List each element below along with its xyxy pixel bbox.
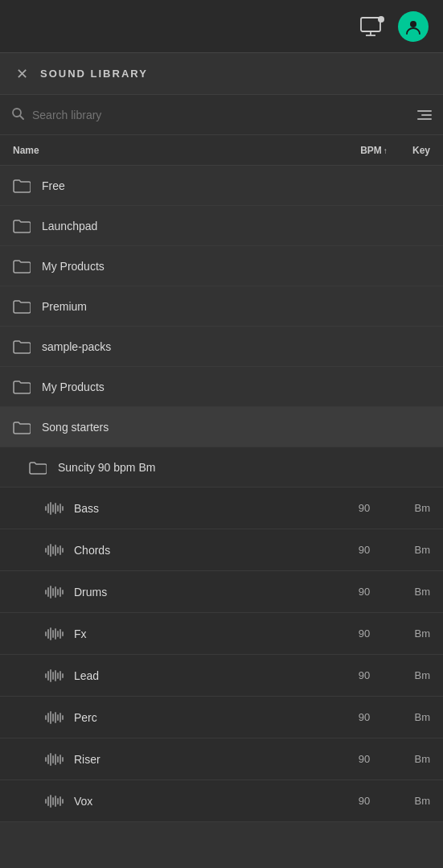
svg-rect-49 (50, 711, 51, 724)
svg-rect-67 (55, 796, 56, 807)
top-bar (0, 0, 443, 52)
svg-rect-48 (47, 713, 49, 722)
svg-rect-25 (50, 586, 51, 599)
audio-row-vox[interactable]: Vox 90 Bm (0, 780, 443, 822)
close-button[interactable]: ✕ (13, 65, 31, 83)
screen-icon[interactable] (358, 12, 387, 41)
svg-rect-13 (59, 504, 61, 513)
folder-label: Song starters (42, 421, 430, 434)
audio-row-riser[interactable]: Riser 90 Bm (0, 738, 443, 780)
svg-line-6 (20, 116, 23, 119)
svg-rect-59 (55, 754, 56, 765)
col-bpm-header[interactable]: BPM↑ (350, 145, 398, 156)
svg-rect-12 (57, 505, 59, 512)
audio-row-fx[interactable]: Fx 90 Bm (0, 613, 443, 655)
svg-rect-9 (50, 502, 51, 515)
audio-row-bass[interactable]: Bass 90 Bm (0, 487, 443, 529)
search-icon (11, 107, 24, 123)
svg-rect-23 (45, 590, 47, 594)
folder-my-products-1[interactable]: My Products (0, 246, 443, 286)
svg-rect-38 (62, 631, 64, 636)
audio-row-lead[interactable]: Lead 90 Bm (0, 655, 443, 697)
svg-rect-50 (52, 714, 54, 722)
waveform-icon (45, 793, 64, 809)
svg-rect-31 (45, 631, 47, 636)
svg-rect-19 (55, 545, 56, 556)
svg-point-1 (378, 16, 384, 23)
svg-rect-20 (57, 547, 59, 553)
search-input[interactable] (32, 109, 409, 121)
audio-key: Bm (398, 586, 430, 598)
folder-icon (13, 299, 31, 314)
folder-my-products-2[interactable]: My Products (0, 367, 443, 407)
audio-row-drums[interactable]: Drums 90 Bm (0, 571, 443, 613)
waveform-icon (45, 500, 64, 516)
svg-rect-64 (47, 796, 49, 806)
svg-rect-46 (62, 673, 64, 678)
svg-rect-47 (45, 715, 47, 720)
folder-launchpad[interactable]: Launchpad (0, 206, 443, 246)
folder-sample-packs[interactable]: sample-packs (0, 327, 443, 367)
svg-rect-33 (50, 627, 51, 640)
svg-rect-58 (52, 755, 54, 763)
folder-song-starters[interactable]: Song starters (0, 407, 443, 447)
audio-file-name: Vox (74, 795, 330, 808)
audio-bpm: 90 (340, 669, 388, 681)
svg-rect-57 (50, 753, 51, 766)
svg-rect-68 (57, 798, 59, 804)
audio-row-chords[interactable]: Chords 90 Bm (0, 529, 443, 571)
svg-rect-53 (59, 713, 61, 722)
folder-premium[interactable]: Premium (0, 286, 443, 327)
svg-rect-26 (52, 588, 54, 596)
folder-icon (13, 179, 31, 193)
audio-bpm: 90 (340, 627, 388, 640)
svg-rect-16 (47, 545, 49, 555)
svg-rect-11 (55, 503, 56, 514)
folder-icon (29, 460, 47, 475)
svg-rect-36 (57, 631, 59, 637)
folder-icon (13, 259, 31, 274)
svg-rect-65 (50, 795, 51, 808)
audio-key: Bm (398, 544, 430, 556)
folder-label: Premium (42, 300, 430, 313)
svg-rect-66 (52, 797, 54, 805)
folder-label: Launchpad (42, 220, 430, 232)
filter-icon[interactable] (417, 110, 432, 120)
audio-key: Bm (398, 502, 430, 514)
svg-rect-55 (45, 757, 47, 762)
audio-key: Bm (398, 669, 430, 681)
audio-bpm: 90 (340, 795, 388, 807)
waveform-icon (45, 710, 64, 726)
audio-bpm: 90 (340, 753, 388, 765)
svg-rect-10 (52, 504, 54, 512)
svg-rect-39 (45, 673, 47, 678)
svg-rect-44 (57, 673, 59, 679)
audio-file-name: Bass (74, 502, 330, 515)
svg-rect-0 (361, 18, 380, 31)
folder-free[interactable]: Free (0, 166, 443, 206)
folder-icon (13, 339, 31, 354)
svg-rect-37 (59, 629, 61, 639)
table-header: Name BPM↑ Key (0, 135, 443, 166)
svg-rect-52 (57, 714, 59, 721)
audio-file-name: Riser (74, 753, 330, 766)
audio-row-perc[interactable]: Perc 90 Bm (0, 697, 443, 738)
svg-rect-28 (57, 589, 59, 595)
search-bar (0, 95, 443, 135)
col-key-header: Key (398, 145, 430, 156)
folder-label: My Products (42, 260, 430, 273)
svg-point-4 (410, 21, 416, 27)
svg-rect-14 (62, 506, 64, 511)
waveform-icon (45, 542, 64, 558)
waveform-icon (45, 751, 64, 767)
audio-key: Bm (398, 627, 430, 640)
svg-rect-63 (45, 799, 47, 804)
sound-library-panel: ✕ SOUND LIBRARY Name BPM↑ Key (0, 52, 443, 868)
svg-rect-35 (55, 628, 56, 640)
svg-rect-17 (50, 544, 51, 557)
user-avatar[interactable] (398, 11, 429, 42)
audio-file-name: Chords (74, 544, 330, 557)
subfolder-suncity[interactable]: Suncity 90 bpm Bm (0, 447, 443, 487)
svg-rect-30 (62, 590, 64, 594)
audio-key: Bm (398, 795, 430, 807)
